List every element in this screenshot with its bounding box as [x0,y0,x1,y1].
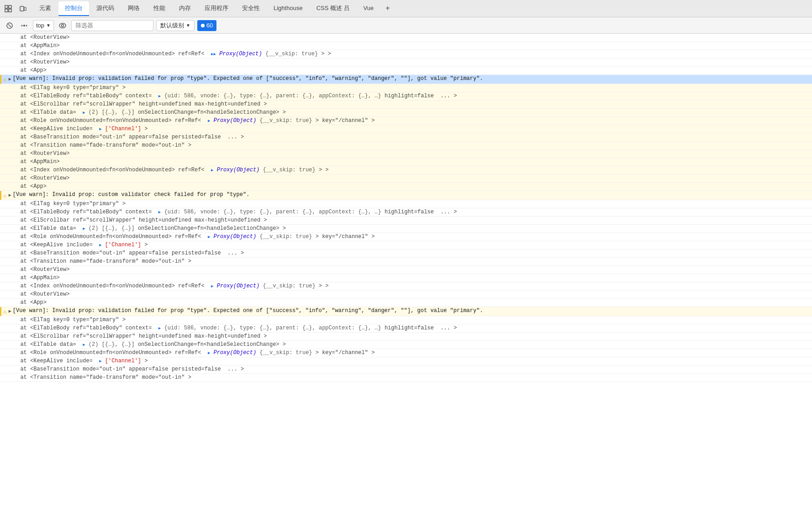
expand-icon[interactable] [9,76,11,82]
tab-network[interactable]: 网络 [121,1,146,16]
list-item: at <ElTableBody ref="tableBody" context=… [0,324,812,333]
list-item: at <Role onVnodeUnmounted=fn<onVnodeUnmo… [0,349,812,357]
list-item: at <Transition name="fade-transform" mod… [0,258,812,266]
console-settings-button[interactable] [18,20,30,32]
list-item: at <ElTag key=0 type="primary" > [0,200,812,208]
tab-console[interactable]: 控制台 [58,1,89,16]
list-item: at <RouterView> [0,58,812,67]
list-item: at <KeepAlive include= ▶ ['Channel'] > [0,241,812,249]
svg-rect-3 [9,9,11,12]
tab-css-overview[interactable]: CSS 概述 吕 [310,1,356,16]
warning-icon: ⚠ [3,308,7,315]
list-item: at <ElScrollbar ref="scrollWrapper" heig… [0,217,812,225]
list-item: at <Role onVnodeUnmounted=fn<onVnodeUnmo… [0,117,812,125]
list-item: at <App> [0,67,812,75]
svg-point-10 [26,25,27,26]
list-item: at <ElTag key=0 type="primary" > [0,316,812,324]
tab-elements[interactable]: 元素 [33,1,58,16]
list-item: at <ElTable data= ▶ (2) [{…}, {…}] onSel… [0,109,812,117]
list-item: at <RouterView> [0,175,812,183]
expand-icon[interactable] [9,308,11,314]
message-dot [201,24,205,27]
list-item: at <Transition name="fade-transform" mod… [0,142,812,150]
list-item: at <ElTable data= ▶ (2) [{…}, {…}] onSel… [0,341,812,349]
list-item: at <App> [0,183,812,191]
list-item: at <KeepAlive include= ▶ ['Channel'] > [0,357,812,366]
log-level-selector[interactable]: 默认级别 ▼ [156,20,195,31]
list-item: at <BaseTransition mode="out-in" appear=… [0,133,812,142]
svg-point-12 [61,24,63,27]
list-item: at <ElTable data= ▶ (2) [{…}, {…}] onSel… [0,225,812,233]
chevron-down-icon: ▼ [46,23,51,28]
console-toolbar: top ▼ 默认级别 ▼ 60 [0,17,812,34]
svg-point-9 [21,25,23,26]
inspect-element-button[interactable] [2,2,15,15]
context-label: top [36,22,44,29]
expand-icon[interactable] [9,192,11,198]
svg-point-11 [59,23,66,28]
warning-icon: ⚠ [3,76,7,83]
warning-row[interactable]: ⚠ [Vue warn]: Invalid prop: validation f… [0,307,812,316]
message-count-badge: 60 [197,20,216,31]
context-selector[interactable]: top ▼ [33,20,54,31]
list-item: at <App> [0,299,812,307]
tab-memory[interactable]: 内存 [173,1,197,16]
list-item: at <RouterView> [0,291,812,299]
list-item: at <ElScrollbar ref="scrollWrapper" heig… [0,101,812,109]
list-item: at <AppMain> [0,42,812,50]
device-toggle-button[interactable] [16,2,29,15]
list-item: at <RouterView> [0,266,812,274]
list-item: at <Index onVnodeUnmounted=fn<onVnodeUnm… [0,282,812,291]
tab-performance[interactable]: 性能 [147,1,172,16]
svg-rect-0 [5,5,8,8]
filter-input[interactable] [71,20,153,31]
list-item: at <AppMain> [0,274,812,282]
warning-icon: ⚠ [3,192,7,199]
svg-line-7 [8,24,11,27]
tab-vue[interactable]: Vue [357,2,380,15]
devtools-icons [2,2,29,15]
list-item: at <KeepAlive include= ▶ ['Channel'] > [0,125,812,133]
list-item: at <Index onVnodeUnmounted=fn<onVnodeUnm… [0,50,812,58]
list-item: at <BaseTransition mode="out-in" appear=… [0,366,812,374]
svg-rect-4 [20,6,24,11]
warning-row[interactable]: ⚠ [Vue warn]: Invalid prop: custom valid… [0,191,812,200]
tab-more[interactable]: + [381,2,394,15]
live-expressions-button[interactable] [57,20,69,32]
list-item: at <ElTableBody ref="tableBody" context=… [0,208,812,217]
svg-rect-1 [9,5,11,8]
list-item: at <RouterView> [0,150,812,158]
tab-bar: 元素 控制台 源代码 网络 性能 内存 应用程序 安全性 Lighthouse … [0,0,812,17]
tab-security[interactable]: 安全性 [236,1,266,16]
list-item: at <BaseTransition mode="out-in" appear=… [0,249,812,258]
message-count-value: 60 [206,22,213,29]
tab-application[interactable]: 应用程序 [198,1,235,16]
list-item: at <Transition name="fade-transform" mod… [0,374,812,382]
level-label: 默认级别 [160,21,184,30]
svg-rect-5 [24,7,26,11]
list-item: at <ElTag key=0 type="primary" > [0,84,812,92]
svg-point-8 [23,25,25,27]
list-item: at <AppMain> [0,158,812,166]
list-item: at <ElScrollbar ref="scrollWrapper" heig… [0,333,812,341]
clear-console-button[interactable] [4,20,16,32]
warning-row[interactable]: ⚠ [Vue warn]: Invalid prop: validation f… [0,75,812,84]
chevron-down-icon-level: ▼ [186,23,190,28]
tab-sources[interactable]: 源代码 [90,1,121,16]
tab-lighthouse[interactable]: Lighthouse [267,2,309,15]
svg-rect-2 [5,9,8,12]
list-item: at <ElTableBody ref="tableBody" context=… [0,92,812,101]
console-output[interactable]: at <RouterView> at <AppMain> at <Index o… [0,34,812,509]
list-item: at <Role onVnodeUnmounted=fn<onVnodeUnmo… [0,233,812,241]
list-item: at <RouterView> [0,34,812,42]
list-item: at <Index onVnodeUnmounted=fn<onVnodeUnm… [0,166,812,175]
